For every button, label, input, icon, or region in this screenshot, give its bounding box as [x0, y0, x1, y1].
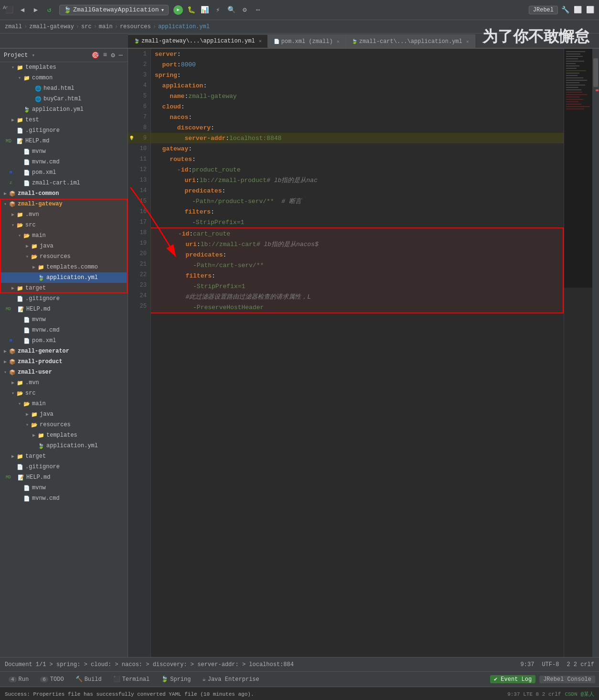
tree-item-target-gw[interactable]: ▶ 📁 target: [0, 283, 128, 293]
tree-item-main-gw[interactable]: ▾ 📂 main: [0, 230, 128, 241]
bottom-tab-spring[interactable]: 🍃 Spring: [156, 675, 195, 684]
tree-item-iml[interactable]: z 📄 zmall-cart.iml: [0, 178, 128, 188]
coverage-icon[interactable]: 📊: [199, 5, 210, 15]
wrench-icon[interactable]: 🔧: [560, 5, 570, 15]
tree-item-gitignore-1[interactable]: 📄 .gitignore: [0, 125, 128, 136]
tree-item-zmall-gateway[interactable]: ▾ 📦 zmall-gateway: [0, 199, 128, 209]
tree-item-zmall-generator[interactable]: ▶ 📦 zmall-generator: [0, 346, 128, 356]
scrollbar[interactable]: [592, 49, 599, 657]
encoding-label: UTF-8: [542, 661, 559, 668]
hide-icon[interactable]: —: [118, 51, 124, 59]
layout-icon[interactable]: ⬜: [572, 5, 583, 15]
tree-item-main-user[interactable]: ▾ 📂 main: [0, 398, 128, 409]
project-selector[interactable]: 🍃 ZmallGatewayApplication ▾: [59, 5, 169, 15]
tree-item-app-yml-1[interactable]: 🍃 application.yml: [0, 104, 128, 115]
tree-item-pom-gw[interactable]: m 📄 pom.xml: [0, 335, 128, 346]
tree-item-src-user[interactable]: ▾ 📂 src: [0, 388, 128, 398]
tree-item-templates-user[interactable]: ▶ 📁 templates: [0, 430, 128, 441]
gutter-bulb-icon[interactable]: 💡: [129, 136, 134, 141]
tab-pom-xml[interactable]: 📄 pom.xml (zmall) ✕: [268, 34, 346, 48]
sidebar-dropdown-arrow[interactable]: ▾: [32, 52, 35, 58]
locate-icon[interactable]: 🎯: [90, 51, 100, 59]
scrollbar-thumb[interactable]: [593, 58, 598, 87]
breadcrumb-file[interactable]: application.yml: [158, 23, 210, 30]
tree-item-mvn-user[interactable]: ▶ 📁 .mvn: [0, 377, 128, 388]
tree-item-resources-user[interactable]: ▾ 📂 resources: [0, 420, 128, 430]
tree-label-pom-1: pom.xml: [32, 169, 56, 176]
profile-icon[interactable]: ⚡: [213, 5, 223, 15]
tree-item-zmall-common[interactable]: ▶ 📦 zmall-common: [0, 188, 128, 199]
tab-close-gateway[interactable]: ✕: [259, 38, 262, 44]
tree-item-src-gw[interactable]: ▾ 📂 src: [0, 220, 128, 230]
debug-icon[interactable]: 🐛: [186, 5, 196, 15]
tree-item-common[interactable]: ▾ 📁 common: [0, 73, 128, 83]
collapse-all-icon[interactable]: ≡: [102, 51, 108, 59]
bottom-tab-todo[interactable]: 6 TODO: [35, 675, 68, 684]
tree-item-templates[interactable]: ▾ 📁 templates: [0, 62, 128, 73]
tree-item-mvn-gw[interactable]: ▶ 📁 .mvn: [0, 209, 128, 220]
window-icon[interactable]: ⬜: [585, 5, 595, 15]
editor-area: 1 2 3 4 5 6 7 8 💡 9 10 11 12 13 14 15 16: [128, 49, 599, 657]
tree-item-head-html[interactable]: 🌐 head.html: [0, 83, 128, 94]
tree-item-zmall-user[interactable]: ▾ 📦 zmall-user: [0, 367, 128, 377]
jrebel-badge[interactable]: JRebel: [529, 6, 558, 14]
tree-item-help-md-gw[interactable]: MD 📝 HELP.md: [0, 304, 128, 314]
tree-item-pom-1[interactable]: m 📄 pom.xml: [0, 167, 128, 178]
tab-cart-yaml[interactable]: 🍃 zmall-cart\...\application.yml ✕: [346, 34, 475, 48]
line-num-20: 20: [128, 248, 150, 259]
tree-item-resources-gw[interactable]: ▾ 📂 resources: [0, 251, 128, 262]
run-button[interactable]: ▶: [173, 5, 183, 15]
module-icon-product: 📦: [9, 358, 16, 366]
tree-item-gitignore-user[interactable]: 📄 .gitignore: [0, 462, 128, 472]
search-icon[interactable]: 🔍: [226, 5, 236, 15]
tree-item-gitignore-gw[interactable]: 📄 .gitignore: [0, 293, 128, 304]
bottom-tab-build[interactable]: 🔨 Build: [71, 675, 107, 684]
tab-close-cart[interactable]: ✕: [466, 39, 469, 44]
tree-label-java-user: java: [40, 411, 53, 418]
folder-icon-resources-user: 📂: [31, 421, 38, 429]
tree-item-java-user[interactable]: ▶ 📁 java: [0, 409, 128, 420]
event-log-label: Event Log: [501, 676, 532, 683]
tab-close-pom[interactable]: ✕: [337, 39, 340, 44]
line-num-7: 7: [128, 112, 150, 122]
tree-item-test[interactable]: ▶ 📁 test: [0, 115, 128, 125]
bottom-tab-java-enterprise[interactable]: ☕ Java Enterprise: [197, 675, 264, 684]
breadcrumb-resources[interactable]: resources: [120, 23, 151, 30]
tree-item-templates-common[interactable]: ▶ 📁 templates.commo: [0, 262, 128, 272]
tree-item-mvnwcmd-user[interactable]: 📄 mvnw.cmd: [0, 493, 128, 504]
code-line-7: nacos:: [151, 112, 564, 122]
breadcrumb-gateway[interactable]: zmall-gateway: [29, 23, 74, 30]
tree-item-help-md-1[interactable]: MD 📝 HELP.md: [0, 136, 128, 146]
tree-item-mvnwcmd-gw[interactable]: 📄 mvnw.cmd: [0, 325, 128, 335]
tree-item-target-user[interactable]: ▶ 📁 target: [0, 451, 128, 462]
bottom-tab-terminal[interactable]: ⬛ Terminal: [108, 675, 155, 684]
tree-label-main-gw: main: [32, 232, 46, 239]
gear-icon[interactable]: ⚙: [110, 51, 116, 59]
back-icon[interactable]: ◀: [17, 5, 28, 15]
tree-label-zmall-generator: zmall-generator: [18, 348, 69, 355]
tree-item-app-yml-user[interactable]: 🍃 application.yml: [0, 441, 128, 451]
jrebel-console-button[interactable]: JRebel Console: [539, 676, 595, 683]
settings-icon[interactable]: ⚙: [239, 5, 250, 15]
md-badge-user: MD: [6, 475, 11, 480]
refresh-icon[interactable]: ↺: [44, 5, 54, 15]
event-log-button[interactable]: ✔ Event Log: [490, 675, 535, 683]
tree-item-help-md-user[interactable]: MD 📝 HELP.md: [0, 472, 128, 483]
code-editor[interactable]: server: port: 8000 spring: application: …: [151, 49, 564, 657]
tree-item-mvnw-gw[interactable]: 📄 mvnw: [0, 314, 128, 325]
forward-icon[interactable]: ▶: [31, 5, 41, 15]
more-icon[interactable]: ⋯: [253, 5, 263, 15]
tree-item-mvnwcmd-1[interactable]: 📄 mvnw.cmd: [0, 157, 128, 167]
breadcrumb-main[interactable]: main: [99, 23, 113, 30]
tree-item-mvnw-user[interactable]: 📄 mvnw: [0, 483, 128, 493]
breadcrumb-src[interactable]: src: [81, 23, 92, 30]
breadcrumb-zmall[interactable]: zmall: [5, 23, 22, 30]
bottom-log-text: Success: Properties file has successfull…: [5, 691, 254, 697]
bottom-tab-run[interactable]: 4 Run: [4, 675, 33, 684]
tree-item-app-yml-gw[interactable]: 🍃 application.yml: [0, 272, 128, 283]
tree-item-zmall-product[interactable]: ▶ 📦 zmall-product: [0, 356, 128, 367]
tree-item-mvnw-1[interactable]: 📄 mvnw: [0, 146, 128, 157]
tree-item-buycar-html[interactable]: 🌐 buyCar.html: [0, 94, 128, 104]
tree-item-java-gw[interactable]: ▶ 📁 java: [0, 241, 128, 251]
tab-gateway-yaml[interactable]: 🍃 zmall-gateway\...\application.yml ✕: [128, 34, 268, 48]
